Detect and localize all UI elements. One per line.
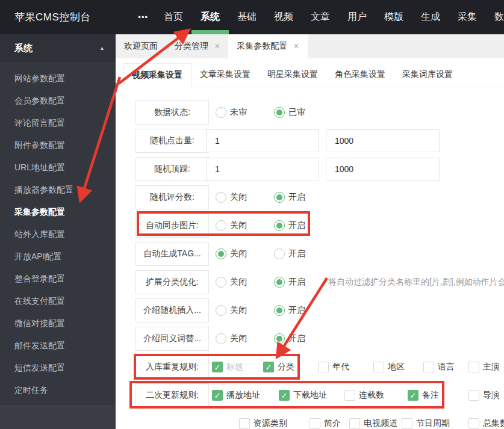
field-label: 自动同步图片:: [135, 214, 209, 238]
radio-option-on[interactable]: 开启: [274, 192, 305, 203]
radio-option-on[interactable]: 开启: [274, 333, 305, 344]
radio-option-off[interactable]: 关闭: [216, 192, 247, 203]
sidebar-item-comment-config[interactable]: 评论留言配置: [0, 112, 116, 134]
row-data-status: 数据状态: 未审 已审: [116, 100, 504, 125]
checkbox-title[interactable]: ✓ 标题: [212, 362, 243, 372]
row-update-rule: 二次更新规则: ✓ 播放地址 ✓ 下载地址 ✓ 连载数 ✓ 备注 ✓ 导演: [116, 383, 504, 407]
sidebar-item-open-api[interactable]: 开放API配置: [0, 245, 116, 268]
radio-option-off[interactable]: 关闭: [216, 248, 247, 259]
more-menu-icon[interactable]: •••: [138, 0, 148, 34]
field-label: 介绍随机插入...: [135, 298, 209, 323]
radio-icon: [274, 107, 285, 118]
checkbox-serial-count[interactable]: ✓ 连载数: [344, 390, 384, 401]
checkbox-director[interactable]: ✓ 导演: [468, 390, 500, 401]
radio-option-off[interactable]: 关闭: [216, 277, 247, 288]
tab-category-manage[interactable]: 分类管理 ×: [166, 34, 228, 58]
radio-icon: [216, 192, 226, 203]
field-label: 二次更新规则:: [135, 383, 209, 407]
sidebar-item-member-params[interactable]: 会员参数配置: [0, 90, 116, 112]
sidebar-item-sms[interactable]: 短信发送配置: [0, 357, 116, 379]
checkbox-icon: ✓: [468, 418, 479, 429]
topbar: 苹果CMS控制台 ••• 首页 系统 基础 视频 文章 用户 模版 生成 采集 …: [0, 0, 504, 34]
checkbox-tv-channel[interactable]: ✓ 电视频道: [349, 418, 397, 429]
checkbox-program-cycle[interactable]: ✓ 节目周期: [402, 418, 450, 429]
checkbox-starring[interactable]: ✓ 主演: [468, 362, 500, 372]
checkbox-region[interactable]: ✓ 地区: [373, 362, 405, 372]
checkbox-play-url[interactable]: ✓ 播放地址: [212, 390, 260, 401]
row-intro-random-insert: 介绍随机插入... 关闭 开启: [116, 298, 504, 323]
row-dup-rule: 入库重复规则: ✓ 标题 ✓ 分类 ✓ 年代 ✓ 地区 ✓ 语言 ✓: [116, 355, 504, 379]
random-clicks-min-input[interactable]: [206, 129, 319, 152]
tab-article-collect[interactable]: 文章采集设置: [191, 63, 259, 87]
nav-item-user[interactable]: 用户: [347, 0, 367, 34]
checkbox-remarks[interactable]: ✓ 备注: [408, 390, 439, 401]
tab-collect-thesaurus[interactable]: 采集词库设置: [394, 63, 461, 87]
field-label: 随机评分数:: [135, 185, 209, 209]
nav-item-generate[interactable]: 生成: [421, 0, 440, 34]
sidebar-item-site-params[interactable]: 网站参数配置: [0, 67, 116, 90]
checkbox-icon: ✓: [468, 390, 479, 401]
random-clicks-max-input[interactable]: [326, 129, 440, 152]
radio-option-off[interactable]: 关闭: [216, 220, 247, 231]
nav-item-basic[interactable]: 基础: [237, 0, 257, 34]
checkbox-resource-type[interactable]: ✓ 资源类别: [239, 418, 287, 429]
radio-option-unaudited[interactable]: 未审: [216, 107, 247, 118]
radio-option-on[interactable]: 开启: [274, 220, 305, 231]
tab-collect-params[interactable]: 采集参数配置 ×: [228, 34, 307, 58]
checkbox-icon: ✓: [212, 390, 223, 401]
radio-icon: [216, 107, 226, 118]
checkbox-icon: ✓: [402, 418, 412, 429]
random-updown-min-input[interactable]: [206, 158, 319, 181]
close-icon[interactable]: ×: [293, 42, 299, 51]
nav-item-partial[interactable]: 数: [494, 0, 504, 34]
sidebar-item-url-config[interactable]: URL地址配置: [0, 156, 116, 179]
checkbox-language[interactable]: ✓ 语言: [423, 362, 455, 372]
checkbox-total-episodes[interactable]: ✓ 总集数: [468, 418, 504, 429]
radio-option-on[interactable]: 开启: [274, 277, 305, 288]
collapse-arrow-icon: ▲: [99, 45, 105, 51]
sidebar-group-system[interactable]: 系统 ▲: [0, 34, 116, 62]
radio-option-off[interactable]: 关闭: [216, 333, 247, 344]
checkbox-year[interactable]: ✓ 年代: [318, 362, 349, 372]
radio-option-on[interactable]: 开启: [274, 248, 305, 259]
radio-option-audited[interactable]: 已审: [274, 107, 305, 118]
close-icon[interactable]: ×: [214, 42, 220, 51]
settings-form: 数据状态: 未审 已审 随机点击量: 随机顶踩: 随机评分数:: [116, 87, 504, 429]
sidebar-item-login-integration[interactable]: 整合登录配置: [0, 268, 116, 290]
tab-welcome[interactable]: 欢迎页面: [116, 34, 166, 58]
tab-video-collect[interactable]: 视频采集设置: [123, 63, 191, 87]
row-update-rule-line2: ✓ 资源类别 ✓ 简介 ✓ 电视频道 ✓ 节目周期 ✓ 总集数: [116, 412, 504, 429]
checkbox-icon: ✓: [408, 390, 418, 401]
sidebar-item-attachment-params[interactable]: 附件参数配置: [0, 134, 116, 156]
nav-item-home[interactable]: 首页: [164, 0, 183, 34]
tab-star-collect[interactable]: 明星采集设置: [259, 63, 326, 87]
checkbox-download-url[interactable]: ✓ 下载地址: [279, 390, 327, 401]
nav-item-collect[interactable]: 采集: [458, 0, 477, 34]
sidebar-item-collect-params[interactable]: 采集参数配置: [0, 201, 116, 223]
checkbox-icon: ✓: [344, 390, 355, 401]
sidebar-item-wechat[interactable]: 微信对接配置: [0, 312, 116, 335]
radio-icon: [216, 305, 226, 316]
sidebar-item-player-params[interactable]: 播放器参数配置: [0, 179, 116, 201]
nav-item-template[interactable]: 模版: [384, 0, 403, 34]
nav-item-article[interactable]: 文章: [311, 0, 330, 34]
nav-item-video[interactable]: 视频: [274, 0, 293, 34]
sidebar-item-offsite-storage[interactable]: 站外入库配置: [0, 223, 116, 245]
row-extended-category-optimize: 扩展分类优化: 关闭 开启 将自动过滤扩分类名称里的[片,剧],例如动作片会: [116, 270, 504, 294]
field-label: 介绍同义词替...: [135, 327, 209, 351]
radio-option-on[interactable]: 开启: [274, 305, 305, 316]
random-updown-max-input[interactable]: [326, 158, 440, 181]
field-label: 随机顶踩:: [135, 157, 209, 181]
checkbox-icon: ✓: [263, 362, 274, 372]
nav-item-system[interactable]: 系统: [201, 0, 220, 34]
checkbox-synopsis[interactable]: ✓ 简介: [310, 418, 341, 429]
field-label: 入库重复规则:: [135, 355, 209, 379]
sidebar-item-email[interactable]: 邮件发送配置: [0, 335, 116, 357]
checkbox-category[interactable]: ✓ 分类: [263, 362, 294, 372]
tab-role-collect[interactable]: 角色采集设置: [326, 63, 394, 87]
radio-option-off[interactable]: 关闭: [216, 305, 247, 316]
sidebar-item-scheduled-tasks[interactable]: 定时任务: [0, 379, 116, 401]
page-tabbar: 欢迎页面 分类管理 × 采集参数配置 ×: [116, 34, 504, 58]
sidebar-item-online-payment[interactable]: 在线支付配置: [0, 290, 116, 312]
sidebar-menu: 网站参数配置 会员参数配置 评论留言配置 附件参数配置 URL地址配置 播放器参…: [0, 62, 116, 401]
